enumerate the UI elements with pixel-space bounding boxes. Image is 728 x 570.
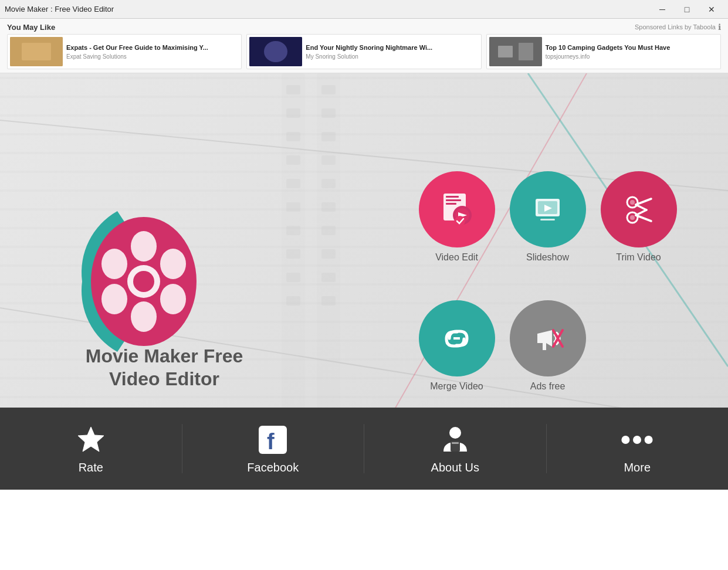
svg-rect-29 bbox=[321, 226, 336, 235]
svg-point-41 bbox=[160, 284, 186, 314]
svg-rect-5 bbox=[498, 46, 513, 57]
svg-point-3 bbox=[264, 41, 287, 62]
svg-point-71 bbox=[633, 436, 641, 444]
svg-rect-14 bbox=[286, 108, 300, 118]
video-edit-button[interactable]: Video Edit bbox=[419, 171, 495, 263]
svg-rect-31 bbox=[321, 273, 336, 282]
ad-source-2: My Snoring Solution bbox=[306, 53, 478, 60]
window-controls: ─ □ ✕ bbox=[651, 1, 723, 18]
svg-text:f: f bbox=[267, 429, 275, 454]
close-button[interactable]: ✕ bbox=[700, 1, 723, 18]
svg-rect-30 bbox=[321, 249, 336, 259]
merge-video-label: Merge Video bbox=[430, 381, 483, 392]
ad-thumb-1 bbox=[10, 37, 63, 66]
svg-point-38 bbox=[101, 249, 127, 279]
rate-label: Rate bbox=[79, 461, 103, 474]
svg-point-60 bbox=[630, 215, 635, 220]
svg-rect-17 bbox=[286, 179, 300, 188]
ad-item-2[interactable]: End Your Nightly Snoring Nightmare Wi...… bbox=[246, 34, 481, 69]
ads-free-circle[interactable] bbox=[510, 300, 586, 376]
svg-line-57 bbox=[636, 205, 646, 210]
more-label: More bbox=[624, 461, 651, 474]
svg-line-58 bbox=[636, 210, 646, 215]
svg-rect-18 bbox=[286, 202, 300, 212]
ad-title-3: Top 10 Camping Gadgets You Must Have bbox=[546, 43, 718, 52]
ads-icon bbox=[529, 320, 567, 358]
ad-you-may-like: You May Like bbox=[7, 23, 55, 32]
ad-banner: You May Like Sponsored Links by Taboola … bbox=[0, 19, 728, 73]
svg-rect-44 bbox=[446, 199, 461, 201]
svg-rect-52 bbox=[540, 219, 555, 220]
trim-video-button[interactable]: Trim Video bbox=[601, 171, 677, 263]
video-edit-label: Video Edit bbox=[435, 252, 478, 263]
about-us-button[interactable]: About Us bbox=[364, 408, 546, 490]
trim-video-circle[interactable] bbox=[601, 171, 677, 247]
svg-rect-21 bbox=[286, 273, 300, 282]
minimize-button[interactable]: ─ bbox=[651, 1, 674, 18]
ads-free-label: Ads free bbox=[530, 381, 566, 392]
more-button[interactable]: More bbox=[547, 408, 729, 490]
ad-items: Expats - Get Our Free Guide to Maximisin… bbox=[7, 34, 721, 69]
svg-rect-25 bbox=[321, 132, 336, 141]
slideshow-button[interactable]: Slideshow bbox=[510, 171, 586, 263]
svg-rect-1 bbox=[22, 43, 51, 60]
ads-free-button[interactable]: Ads free bbox=[510, 300, 586, 392]
app-title: Movie Maker Free Video Editor bbox=[76, 345, 252, 390]
star-icon bbox=[75, 423, 107, 456]
rate-button[interactable]: Rate bbox=[0, 408, 182, 490]
svg-rect-24 bbox=[321, 108, 336, 118]
ad-thumb-2 bbox=[249, 37, 302, 66]
svg-point-35 bbox=[133, 271, 154, 292]
svg-rect-23 bbox=[321, 85, 336, 94]
ad-item-3[interactable]: Top 10 Camping Gadgets You Must Have top… bbox=[486, 34, 721, 69]
svg-rect-16 bbox=[286, 155, 300, 165]
person-icon bbox=[439, 423, 472, 456]
ad-text-2: End Your Nightly Snoring Nightmare Wi...… bbox=[306, 43, 478, 59]
ad-sponsored: Sponsored Links by Taboola ℹ bbox=[635, 22, 721, 32]
merge-video-button[interactable]: Merge Video bbox=[419, 300, 495, 392]
svg-rect-20 bbox=[286, 249, 300, 259]
svg-point-59 bbox=[630, 200, 635, 205]
ad-source-3: topsjourneys.info bbox=[546, 53, 718, 60]
video-edit-circle[interactable] bbox=[419, 171, 495, 247]
svg-point-37 bbox=[131, 301, 157, 332]
taboola-icon: ℹ bbox=[718, 22, 721, 32]
ad-source-1: Expat Saving Solutions bbox=[66, 53, 239, 60]
maximize-button[interactable]: □ bbox=[675, 1, 699, 18]
merge-icon bbox=[438, 320, 476, 358]
merge-video-circle[interactable] bbox=[419, 300, 495, 376]
facebook-icon: f bbox=[256, 423, 289, 456]
ad-title-2: End Your Nightly Snoring Nightmare Wi... bbox=[306, 43, 478, 52]
trim-icon bbox=[619, 191, 658, 229]
slideshow-label: Slideshow bbox=[526, 252, 569, 263]
svg-rect-69 bbox=[452, 442, 459, 444]
more-icon bbox=[621, 423, 653, 456]
ad-item-1[interactable]: Expats - Get Our Free Guide to Maximisin… bbox=[7, 34, 242, 69]
svg-rect-22 bbox=[286, 296, 300, 306]
ad-text-1: Expats - Get Our Free Guide to Maximisin… bbox=[66, 43, 239, 59]
ad-title-1: Expats - Get Our Free Guide to Maximisin… bbox=[66, 43, 239, 52]
about-us-label: About Us bbox=[431, 461, 479, 474]
svg-rect-26 bbox=[321, 155, 336, 165]
slideshow-icon bbox=[529, 191, 567, 229]
svg-point-40 bbox=[101, 284, 127, 314]
slideshow-circle[interactable] bbox=[510, 171, 586, 247]
ad-top-row: You May Like Sponsored Links by Taboola … bbox=[7, 22, 721, 32]
svg-rect-28 bbox=[321, 202, 336, 212]
svg-rect-43 bbox=[446, 196, 459, 198]
features-grid: Video Edit Slideshow bbox=[414, 155, 681, 408]
svg-point-39 bbox=[160, 249, 186, 279]
trim-video-label: Trim Video bbox=[616, 252, 661, 263]
svg-point-70 bbox=[622, 436, 630, 444]
facebook-button[interactable]: f Facebook bbox=[182, 408, 364, 490]
svg-point-67 bbox=[449, 427, 461, 439]
main-content: Movie Maker Free Video Editor bbox=[0, 73, 728, 490]
svg-rect-45 bbox=[446, 203, 456, 205]
bottom-bar: Rate f Facebook bbox=[0, 408, 728, 490]
svg-marker-64 bbox=[78, 427, 104, 452]
svg-rect-32 bbox=[321, 296, 336, 306]
svg-rect-19 bbox=[286, 226, 300, 235]
window-title: Movie Maker : Free Video Editor bbox=[5, 5, 114, 13]
video-edit-icon bbox=[438, 191, 476, 229]
svg-rect-15 bbox=[286, 132, 300, 141]
